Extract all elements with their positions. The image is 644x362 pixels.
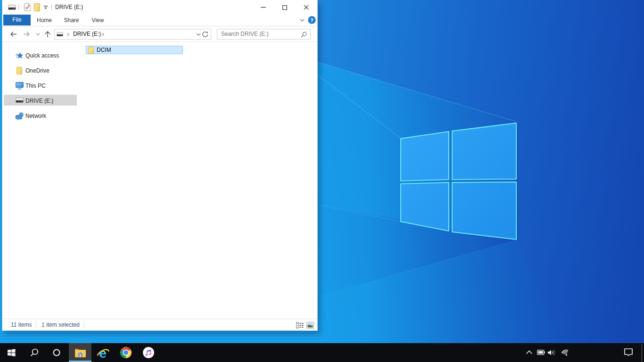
svg-text:?: ? — [310, 17, 314, 23]
svg-text:e: e — [99, 346, 107, 360]
